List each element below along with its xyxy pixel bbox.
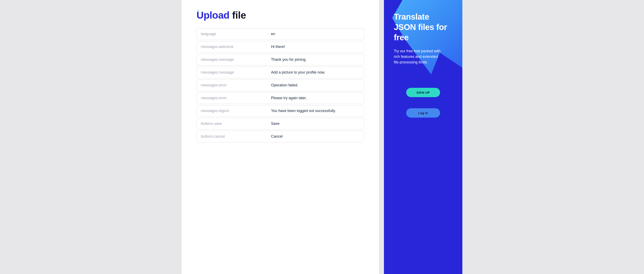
title-file-word: file: [232, 10, 246, 21]
row-value: Save: [271, 122, 360, 126]
row-key: messages.logout: [201, 109, 271, 113]
row-value: Please try again later.: [271, 96, 360, 100]
signup-button[interactable]: SIGN UP: [406, 88, 440, 97]
row-value: Cancel: [271, 134, 360, 139]
key-value-row[interactable]: messages.messageThank you for joining.: [196, 54, 364, 66]
key-value-row[interactable]: messages.errorPlease try again later.: [196, 92, 364, 104]
row-key: buttons.cancel: [201, 134, 271, 139]
row-key: messages.welcome: [201, 45, 271, 49]
row-key: messages.message: [201, 58, 271, 62]
row-value: Add a picture to your profile now.: [271, 70, 360, 75]
row-value: Operation failed.: [271, 83, 360, 87]
plus-decoration-icon: +: [197, 9, 200, 13]
sidebar-title: Translate JSON files for free: [394, 12, 452, 43]
key-value-row[interactable]: messages.errorOperation failed.: [196, 80, 364, 91]
page-title: Upload file: [196, 10, 364, 21]
key-value-row[interactable]: buttons.cancelCancel: [196, 131, 364, 142]
row-key: messages.error: [201, 83, 271, 87]
key-value-row[interactable]: messages.logoutYou have been logged out …: [196, 105, 364, 117]
key-value-row[interactable]: languageen: [196, 28, 364, 40]
row-value: en: [271, 32, 360, 36]
login-button[interactable]: Log In: [406, 108, 440, 118]
row-key: language: [201, 32, 271, 36]
key-value-row[interactable]: buttons.saveSave: [196, 118, 364, 130]
row-value: Thank you for joining.: [271, 58, 360, 62]
key-value-list: languageenmessages.welcomeHi there!messa…: [196, 28, 364, 142]
sidebar-subtitle: Try our free trial packed with rich feat…: [394, 48, 443, 65]
main-panel: + Upload file languageenmessages.welcome…: [182, 0, 379, 274]
key-value-row[interactable]: messages.welcomeHi there!: [196, 41, 364, 53]
title-upload-word: Upload: [196, 10, 230, 21]
row-key: buttons.save: [201, 122, 271, 126]
row-key: messages.message: [201, 70, 271, 75]
promo-sidebar: Translate JSON files for free Try our fr…: [384, 0, 462, 274]
key-value-row[interactable]: messages.messageAdd a picture to your pr…: [196, 67, 364, 78]
row-key: messages.error: [201, 96, 271, 100]
row-value: You have been logged out successfully.: [271, 109, 360, 113]
row-value: Hi there!: [271, 45, 360, 49]
